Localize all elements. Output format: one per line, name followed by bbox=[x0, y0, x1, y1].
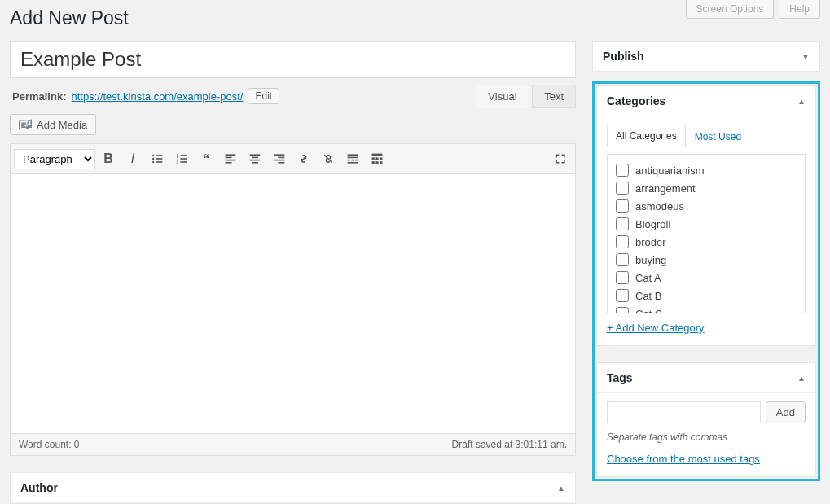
tab-most-used[interactable]: Most Used bbox=[686, 125, 750, 147]
insert-more-button[interactable] bbox=[341, 147, 364, 170]
svg-rect-29 bbox=[348, 162, 358, 164]
category-checkbox[interactable] bbox=[616, 271, 629, 284]
svg-rect-35 bbox=[375, 161, 378, 164]
toolbar-toggle-button[interactable] bbox=[366, 147, 389, 170]
publish-metabox: Publish ▼ bbox=[592, 41, 820, 72]
caret-down-icon: ▼ bbox=[801, 52, 810, 61]
screen-options-button[interactable]: Screen Options bbox=[686, 0, 775, 19]
svg-rect-20 bbox=[274, 154, 285, 156]
publish-header[interactable]: Publish ▼ bbox=[593, 42, 819, 71]
caret-up-icon: ▲ bbox=[797, 374, 806, 383]
insert-link-button[interactable] bbox=[292, 147, 315, 170]
svg-rect-34 bbox=[372, 161, 375, 164]
permalink-edit-button[interactable]: Edit bbox=[248, 88, 279, 104]
svg-rect-25 bbox=[348, 157, 358, 159]
tags-header[interactable]: Tags ▲ bbox=[597, 363, 815, 393]
category-item: asmodeus bbox=[616, 197, 797, 215]
svg-rect-5 bbox=[156, 161, 162, 163]
draft-saved-status: Draft saved at 3:01:11 am. bbox=[452, 439, 567, 450]
svg-rect-19 bbox=[252, 162, 258, 164]
svg-rect-27 bbox=[351, 160, 354, 161]
svg-rect-1 bbox=[156, 155, 162, 156]
editor-content-area[interactable] bbox=[10, 173, 576, 434]
category-checkbox[interactable] bbox=[616, 217, 629, 230]
svg-rect-3 bbox=[156, 158, 162, 160]
fullscreen-button[interactable] bbox=[549, 147, 572, 170]
category-item: Cat A bbox=[616, 269, 797, 287]
tags-hint: Separate tags with commas bbox=[607, 432, 806, 443]
bulleted-list-button[interactable] bbox=[146, 147, 169, 170]
author-header[interactable]: Author ▲ bbox=[11, 473, 575, 503]
category-checkbox[interactable] bbox=[616, 199, 629, 213]
permalink-label: Permalink: bbox=[12, 90, 66, 103]
svg-rect-17 bbox=[252, 157, 258, 159]
svg-rect-30 bbox=[372, 154, 383, 156]
category-item: antiquarianism bbox=[616, 161, 797, 179]
svg-point-2 bbox=[152, 158, 154, 160]
svg-rect-9 bbox=[180, 158, 187, 160]
svg-text:3: 3 bbox=[177, 160, 179, 164]
category-checkbox[interactable] bbox=[616, 235, 629, 248]
tab-visual[interactable]: Visual bbox=[476, 85, 529, 108]
svg-rect-12 bbox=[226, 154, 236, 156]
tags-metabox: Tags ▲ Add Separate tags with commas Cho… bbox=[596, 362, 816, 477]
help-button[interactable]: Help bbox=[779, 0, 820, 19]
category-label[interactable]: buying bbox=[635, 254, 666, 266]
svg-rect-33 bbox=[380, 157, 382, 160]
category-label[interactable]: antiquarianism bbox=[635, 164, 705, 177]
camera-music-icon bbox=[19, 118, 32, 131]
permalink-url[interactable]: https://test.kinsta.com/example-post/ bbox=[71, 90, 243, 103]
svg-rect-15 bbox=[226, 162, 232, 164]
tab-text[interactable]: Text bbox=[532, 85, 576, 108]
post-title-input[interactable] bbox=[10, 41, 576, 78]
category-checkbox[interactable] bbox=[616, 307, 629, 313]
remove-link-button[interactable] bbox=[317, 147, 340, 170]
word-count: Word count: 0 bbox=[19, 439, 80, 450]
svg-rect-22 bbox=[274, 160, 285, 161]
svg-rect-13 bbox=[226, 157, 232, 159]
category-label[interactable]: asmodeus bbox=[635, 200, 684, 213]
author-metabox: Author ▲ bbox=[10, 472, 576, 504]
add-new-category-link[interactable]: + Add New Category bbox=[607, 322, 806, 334]
category-item: arrangement bbox=[616, 179, 797, 197]
tags-add-button[interactable]: Add bbox=[766, 401, 806, 423]
category-item: buying bbox=[616, 251, 797, 269]
category-label[interactable]: Cat A bbox=[635, 272, 661, 284]
svg-rect-18 bbox=[250, 160, 261, 161]
add-media-button[interactable]: Add Media bbox=[10, 114, 96, 135]
svg-rect-36 bbox=[380, 161, 382, 164]
category-checkbox[interactable] bbox=[616, 182, 629, 195]
align-center-button[interactable] bbox=[244, 147, 266, 170]
choose-most-used-tags-link[interactable]: Choose from the most used tags bbox=[607, 453, 806, 465]
svg-rect-14 bbox=[226, 160, 236, 161]
category-label[interactable]: Cat C bbox=[635, 308, 662, 314]
caret-up-icon: ▲ bbox=[797, 97, 806, 106]
blockquote-button[interactable]: “ bbox=[195, 147, 217, 170]
category-checkbox[interactable] bbox=[616, 253, 629, 266]
bold-button[interactable]: B bbox=[97, 147, 120, 170]
category-item: Blogroll bbox=[616, 215, 797, 233]
category-label[interactable]: arrangement bbox=[635, 182, 696, 195]
category-list[interactable]: antiquarianismarrangementasmodeusBlogrol… bbox=[607, 154, 806, 313]
category-label[interactable]: Cat B bbox=[635, 290, 662, 302]
category-checkbox[interactable] bbox=[616, 289, 629, 302]
align-left-button[interactable] bbox=[219, 147, 242, 170]
svg-rect-28 bbox=[355, 160, 358, 161]
numbered-list-button[interactable]: 123 bbox=[170, 147, 193, 170]
svg-rect-31 bbox=[372, 157, 375, 160]
category-label[interactable]: Blogroll bbox=[635, 218, 670, 230]
tags-input[interactable] bbox=[607, 401, 761, 423]
category-item: Cat B bbox=[616, 287, 797, 305]
category-checkbox[interactable] bbox=[616, 164, 629, 177]
format-select[interactable]: Paragraph bbox=[14, 149, 95, 169]
svg-rect-11 bbox=[180, 161, 187, 163]
italic-button[interactable]: I bbox=[121, 147, 144, 170]
categories-header[interactable]: Categories ▲ bbox=[597, 86, 815, 116]
svg-rect-23 bbox=[278, 162, 284, 164]
align-right-button[interactable] bbox=[268, 147, 291, 170]
svg-rect-7 bbox=[180, 155, 187, 156]
category-label[interactable]: broder bbox=[635, 236, 666, 248]
editor-toolbar: Paragraph B I 123 “ bbox=[10, 143, 576, 173]
caret-up-icon: ▲ bbox=[557, 484, 565, 493]
tab-all-categories[interactable]: All Categories bbox=[607, 125, 686, 147]
